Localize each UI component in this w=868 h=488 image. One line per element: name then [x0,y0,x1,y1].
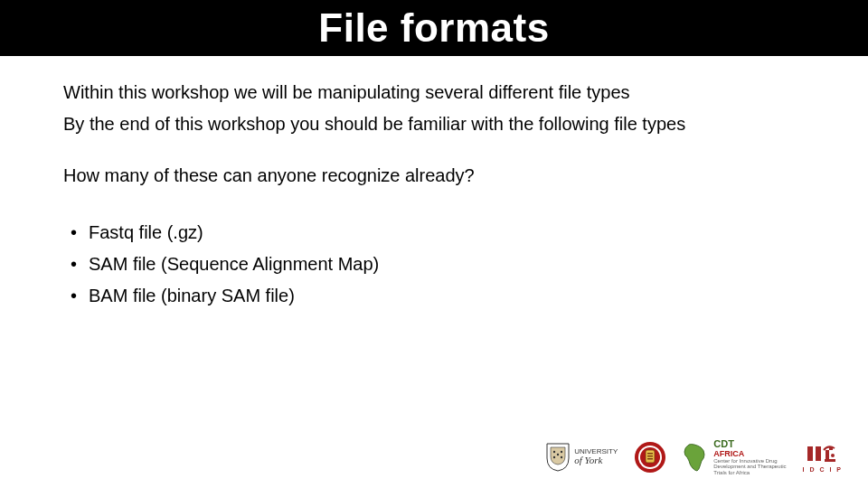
paragraph-outcome: By the end of this workshop you should b… [63,113,805,136]
logo-text: CDT [713,439,786,450]
list-item: SAM file (Sequence Alignment Map) [63,253,805,276]
logo-text: of York [574,455,618,466]
slide-title: File formats [318,5,549,51]
svg-rect-17 [825,459,835,462]
svg-point-1 [561,451,562,453]
logo-text: Center for Innovative DrugDevelopment an… [713,458,786,475]
idcip-icon [805,443,841,465]
svg-point-15 [826,454,829,457]
svg-point-16 [831,454,835,457]
logo-text: I D C I P [803,466,843,473]
logo-york-label: UNIVERSITY of York [574,448,618,466]
svg-rect-11 [647,458,653,460]
logo-strip: UNIVERSITY of York CDT AFRICA Center for… [545,439,843,475]
logo-cdt-africa: CDT AFRICA Center for Innovative DrugDev… [683,439,786,475]
svg-point-2 [553,456,555,458]
svg-rect-13 [807,446,813,461]
logo-york: UNIVERSITY of York [545,442,618,473]
list-item: Fastq file (.gz) [63,221,805,244]
logo-idcip: I D C I P [803,443,843,473]
svg-rect-9 [647,453,653,455]
svg-rect-14 [816,446,821,461]
paragraph-intro: Within this workshop we will be manipula… [63,81,805,104]
logo-crest [634,441,666,474]
logo-text: AFRICA [713,450,786,458]
svg-point-3 [561,456,562,458]
crest-icon [634,441,666,474]
africa-icon [683,442,710,473]
paragraph-question: How many of these can anyone recognize a… [63,164,805,187]
slide-content: Within this workshop we will be manipula… [0,56,868,307]
logo-cdt-label: CDT AFRICA Center for Innovative DrugDev… [713,439,786,475]
list-item: BAM file (binary SAM file) [63,285,805,307]
shield-icon [545,442,571,473]
svg-point-0 [553,451,555,453]
svg-rect-10 [647,455,653,457]
title-bar: File formats [0,0,868,56]
svg-point-4 [557,454,559,455]
bullet-list: Fastq file (.gz) SAM file (Sequence Alig… [63,221,805,307]
